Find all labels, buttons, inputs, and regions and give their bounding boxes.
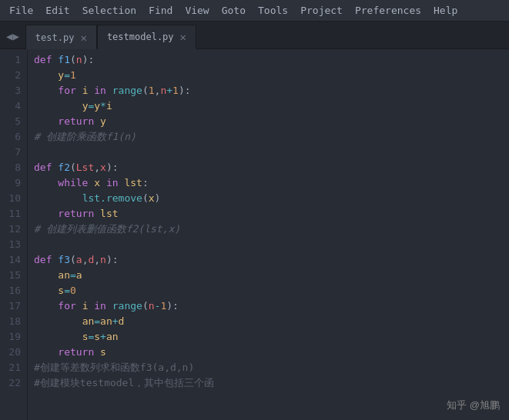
line-num-14: 14 (0, 252, 27, 268)
tab-test-py[interactable]: test.py ✕ (25, 25, 97, 49)
code-content[interactable]: def f1(n): y=1 for i in range(1,n+1): y=… (28, 49, 509, 420)
line-num-18: 18 (0, 314, 27, 329)
line-num-19: 19 (0, 329, 27, 345)
line-num-3: 3 (0, 83, 27, 98)
menu-help[interactable]: Help (427, 3, 464, 18)
line-num-11: 11 (0, 206, 27, 222)
menu-preferences[interactable]: Preferences (349, 3, 427, 18)
menu-tools[interactable]: Tools (252, 3, 294, 18)
code-area: 1 2 3 4 5 6 7 8 9 10 11 12 13 14 15 16 1… (0, 49, 509, 420)
menu-bar: File Edit Selection Find View Goto Tools… (0, 0, 509, 22)
tab-testmodel-py-close[interactable]: ✕ (180, 32, 186, 42)
line-num-4: 4 (0, 98, 27, 114)
tab-testmodel-py[interactable]: testmodel.py ✕ (97, 25, 196, 49)
tab-test-py-close[interactable]: ✕ (80, 32, 86, 43)
tabs-bar: ◀▶ test.py ✕ testmodel.py ✕ (0, 22, 509, 49)
menu-file[interactable]: File (3, 3, 39, 18)
line-num-5: 5 (0, 114, 27, 129)
menu-view[interactable]: View (179, 3, 215, 18)
tab-testmodel-py-label: testmodel.py (107, 32, 174, 42)
watermark: 知乎 @旭鹏 (447, 398, 500, 412)
line-num-9: 9 (0, 175, 27, 191)
line-num-21: 21 (0, 360, 27, 375)
line-num-8: 8 (0, 160, 27, 175)
line-num-20: 20 (0, 345, 27, 360)
menu-project[interactable]: Project (294, 3, 349, 18)
line-numbers: 1 2 3 4 5 6 7 8 9 10 11 12 13 14 15 16 1… (0, 49, 28, 420)
menu-edit[interactable]: Edit (39, 3, 75, 18)
line-num-13: 13 (0, 237, 27, 252)
line-num-7: 7 (0, 145, 27, 160)
tab-nav-arrows[interactable]: ◀▶ (0, 24, 25, 48)
line-num-1: 1 (0, 52, 27, 68)
menu-selection[interactable]: Selection (76, 3, 142, 18)
line-num-15: 15 (0, 268, 27, 283)
line-num-6: 6 (0, 129, 27, 145)
menu-find[interactable]: Find (142, 3, 179, 18)
line-num-2: 2 (0, 68, 27, 83)
line-num-22: 22 (0, 375, 27, 391)
line-num-10: 10 (0, 191, 27, 206)
tab-test-py-label: test.py (35, 32, 75, 43)
menu-goto[interactable]: Goto (216, 3, 252, 18)
line-num-12: 12 (0, 222, 27, 237)
line-num-17: 17 (0, 298, 27, 314)
line-num-16: 16 (0, 283, 27, 298)
